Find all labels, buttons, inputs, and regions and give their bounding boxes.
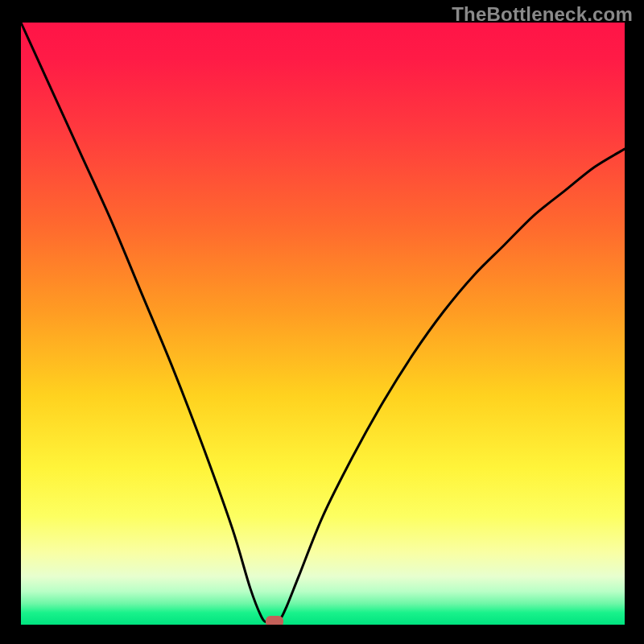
plot-area	[21, 23, 625, 625]
curve-svg	[21, 23, 625, 625]
chart-frame: TheBottleneck.com	[0, 0, 644, 644]
bottleneck-curve	[21, 23, 625, 622]
optimal-marker-icon	[266, 616, 283, 625]
